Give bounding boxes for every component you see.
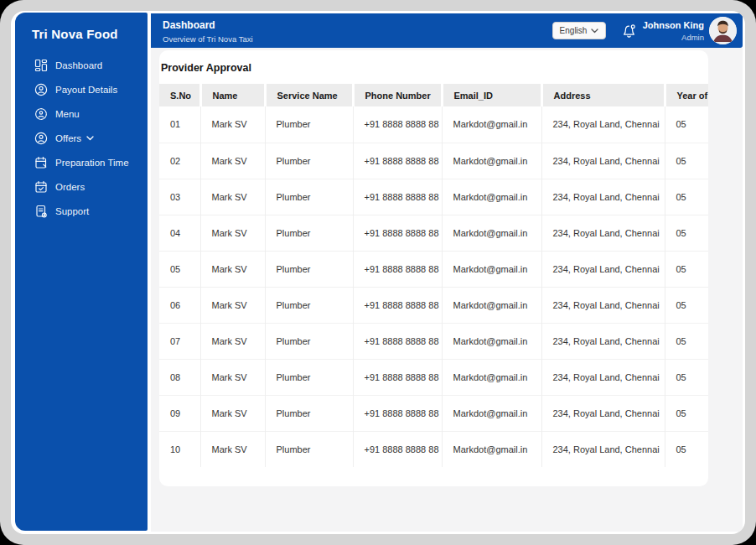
table-cell: 234, Royal Land, Chennai [541,395,665,431]
table-cell: +91 8888 8888 88 [353,215,442,251]
support-document-icon [34,204,48,218]
sidebar-item-label: Offers [55,133,81,143]
table-cell: 05 [665,287,708,323]
sidebar-item-orders[interactable]: Orders [15,174,148,199]
table-cell: Markdot@gmail.in [442,143,541,179]
column-header-year-of: Year of [665,84,708,106]
table-cell: Plumber [265,215,353,251]
table-cell: Mark SV [200,287,265,323]
table-cell: 01 [159,106,200,143]
table-cell: +91 8888 8888 88 [353,106,442,143]
table-cell: 234, Royal Land, Chennai [541,106,665,143]
table-row: 02Mark SVPlumber+91 8888 8888 88Markdot@… [159,143,708,179]
column-header-phone-number: Phone Number [353,84,442,106]
table-cell: Plumber [265,431,353,467]
table-cell: 234, Royal Land, Chennai [541,143,665,179]
sidebar-nav: Dashboard Payout Details Menu Offers Pre… [15,53,148,223]
table-row: 04Mark SVPlumber+91 8888 8888 88Markdot@… [159,215,708,251]
offers-person-icon [34,131,48,145]
table-cell: Mark SV [200,323,265,359]
calendar-edit-icon [34,155,48,169]
table-row: 06Mark SVPlumber+91 8888 8888 88Markdot@… [159,287,708,323]
table-cell: Mark SV [200,215,265,251]
table-cell: 05 [665,431,708,467]
table-cell: Plumber [265,251,353,287]
chevron-down-icon [86,136,94,141]
table-cell: 05 [159,251,200,287]
sidebar-item-offers[interactable]: Offers [15,126,148,150]
table-row: 08Mark SVPlumber+91 8888 8888 88Markdot@… [159,359,708,395]
menu-badge-icon [34,106,48,121]
table-cell: 234, Royal Land, Chennai [541,431,665,467]
table-cell: +91 8888 8888 88 [353,251,442,287]
column-header-address: Address [541,84,665,106]
sidebar-item-preparation-time[interactable]: Preparation Time [15,150,148,174]
topbar-titles: Dashboard Overview of Tri Nova Taxi [163,19,253,44]
table-cell: 05 [665,323,708,359]
sidebar-item-label: Payout Details [55,85,117,95]
table-cell: +91 8888 8888 88 [353,323,442,359]
table-cell: Mark SV [200,359,265,395]
table-cell: 05 [665,106,708,143]
table-row: 05Mark SVPlumber+91 8888 8888 88Markdot@… [159,251,708,287]
page-title: Dashboard [163,19,253,31]
table-cell: Plumber [265,179,353,215]
table-cell: Markdot@gmail.in [442,359,541,395]
sidebar: Tri Nova Food Dashboard Payout Details M… [15,13,148,531]
dashboard-grid-icon [34,58,48,72]
table-row: 01Mark SVPlumber+91 8888 8888 88Markdot@… [159,106,708,143]
table-cell: 02 [159,143,200,179]
table-cell: 05 [665,215,708,251]
table-cell: Plumber [265,143,353,179]
table-cell: Markdot@gmail.in [442,395,541,431]
table-cell: 05 [665,179,708,215]
user-name: Johnson King [643,20,704,30]
calendar-check-icon [34,179,48,194]
sidebar-item-support[interactable]: Support [15,199,148,223]
table-cell: Mark SV [200,251,265,287]
column-header-s-no: S.No [159,84,200,106]
sidebar-item-label: Preparation Time [55,158,129,168]
table-cell: +91 8888 8888 88 [353,359,442,395]
table-cell: Plumber [265,395,353,431]
sidebar-item-payout-details[interactable]: Payout Details [15,77,148,101]
bell-icon[interactable] [620,23,637,39]
page-subtitle: Overview of Tri Nova Taxi [163,34,253,44]
table-header: S.NoNameService NamePhone NumberEmail_ID… [159,84,708,106]
table-cell: 05 [665,359,708,395]
table-row: 07Mark SVPlumber+91 8888 8888 88Markdot@… [159,323,708,359]
table-cell: Markdot@gmail.in [442,215,541,251]
table-cell: 234, Royal Land, Chennai [541,215,665,251]
sidebar-item-label: Menu [55,109,80,119]
table-cell: 234, Royal Land, Chennai [541,179,665,215]
language-selector[interactable]: English [552,22,606,39]
main-content: Provider Approval S.NoNameService NamePh… [151,48,743,532]
table-cell: 09 [159,395,200,431]
app-window: Tri Nova Food Dashboard Payout Details M… [11,11,745,534]
table-cell: 03 [159,179,200,215]
table-cell: 05 [665,143,708,179]
app-logo-title: Tri Nova Food [32,27,148,41]
sidebar-item-dashboard[interactable]: Dashboard [15,53,148,77]
topbar: Dashboard Overview of Tri Nova Taxi Engl… [151,13,743,48]
sidebar-item-label: Support [55,206,89,216]
section-title: Provider Approval [161,62,708,74]
table-cell: +91 8888 8888 88 [353,143,442,179]
column-header-email-id: Email_ID [442,84,541,106]
sidebar-item-menu[interactable]: Menu [15,101,148,126]
table-cell: Plumber [265,359,353,395]
table-cell: Markdot@gmail.in [442,179,541,215]
user-avatar-photo[interactable] [709,17,737,44]
table-cell: Markdot@gmail.in [442,287,541,323]
table-cell: Plumber [265,106,353,143]
table-cell: Mark SV [200,106,265,143]
table-cell: 05 [665,395,708,431]
table-cell: Mark SV [200,179,265,215]
sidebar-item-label: Orders [55,182,85,192]
table-cell: +91 8888 8888 88 [353,395,442,431]
device-frame: Tri Nova Food Dashboard Payout Details M… [0,0,756,545]
table-cell: 07 [159,323,200,359]
table-body: 01Mark SVPlumber+91 8888 8888 88Markdot@… [159,106,708,467]
column-header-name: Name [200,84,265,106]
table-cell: Mark SV [200,395,265,431]
